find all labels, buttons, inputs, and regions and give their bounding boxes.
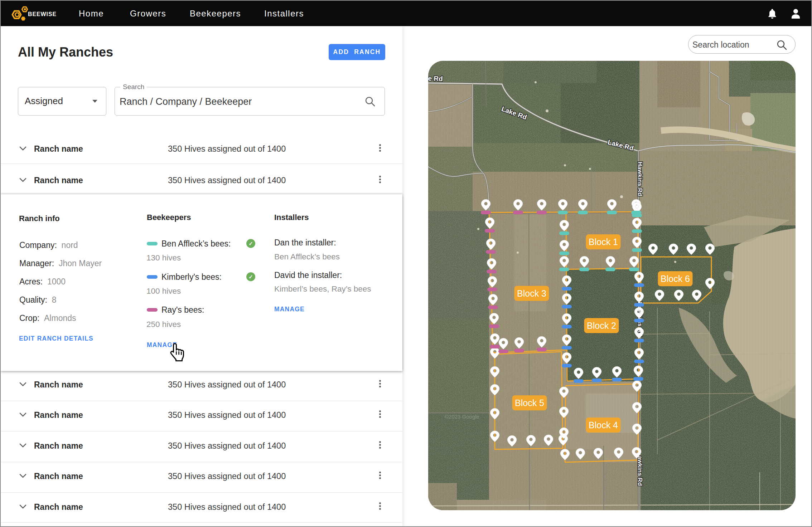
svg-text:©2023 Google: ©2023 Google — [445, 414, 479, 420]
svg-text:Block 4: Block 4 — [589, 420, 618, 430]
svg-text:Block 6: Block 6 — [661, 274, 690, 284]
svg-text:awkins Rd: awkins Rd — [637, 456, 643, 486]
svg-text:Block 1: Block 1 — [589, 237, 618, 247]
svg-text:Block 2: Block 2 — [587, 321, 616, 331]
svg-text:Hawkins Rd: Hawkins Rd — [637, 162, 643, 196]
svg-text:Block 3: Block 3 — [517, 288, 546, 298]
svg-text:e Rd: e Rd — [428, 74, 443, 82]
svg-text:Block 5: Block 5 — [515, 398, 544, 408]
